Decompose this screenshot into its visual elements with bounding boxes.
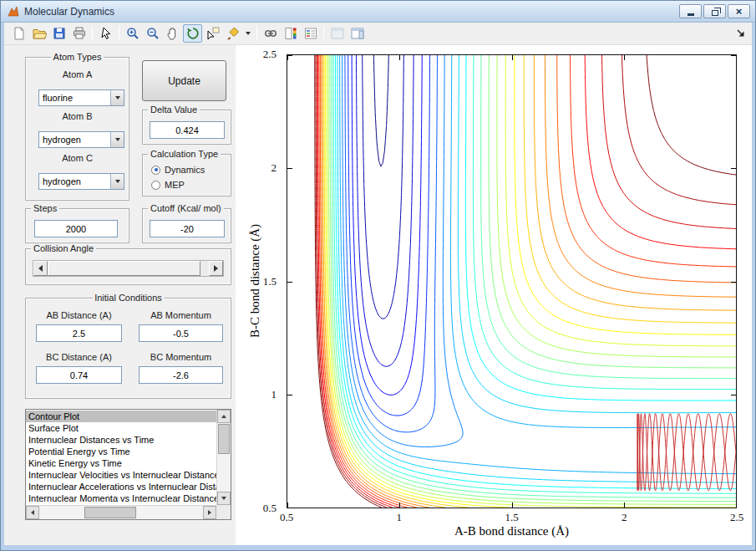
figure-content: Atom Types Atom A fluorine Atom B hydrog…: [4, 23, 752, 545]
steps-panel: Steps 2000: [25, 208, 129, 243]
mep-radio[interactable]: MEP: [151, 179, 185, 191]
horizontal-scroll-thumb[interactable]: [84, 507, 136, 518]
list-item-potential-energy[interactable]: Potential Energy vs Time: [26, 446, 216, 457]
slider-thumb[interactable]: [48, 261, 200, 276]
list-item-distances-vs-time[interactable]: Internuclear Distances vs Time: [26, 434, 216, 446]
insert-legend-button[interactable]: [301, 24, 320, 43]
delta-value-panel: Delta Value 0.424: [142, 110, 231, 145]
y-tick-label: 0.5: [263, 502, 277, 515]
delta-value-title: Delta Value: [148, 105, 200, 115]
atom-b-dropdown[interactable]: hydrogen: [38, 131, 124, 148]
contour-plot-axes[interactable]: [287, 54, 737, 508]
x-tick-label: 1.5: [505, 511, 518, 524]
print-button[interactable]: [69, 24, 89, 43]
y-tick-label: 2.5: [263, 48, 277, 61]
ab-momentum-field[interactable]: -0.5: [139, 324, 223, 342]
dynamics-radio[interactable]: Dynamics: [151, 164, 205, 176]
dynamics-radio-label: Dynamics: [165, 165, 205, 175]
cutoff-panel: Cutoff (Kcal/ mol) -20: [142, 208, 231, 243]
toolbar-separator: [323, 26, 324, 41]
dock-figure-arrow[interactable]: [735, 28, 747, 39]
x-tick-label: 1: [397, 511, 403, 524]
minimize-button[interactable]: [679, 4, 702, 18]
atom-b-label: Atom B: [26, 111, 129, 121]
contour-plot-canvas[interactable]: [287, 55, 736, 508]
x-tick-label: 0.5: [280, 511, 293, 524]
brush-dropdown-arrow-icon[interactable]: [243, 24, 253, 43]
mep-radio-label: MEP: [165, 180, 185, 190]
delta-value-field[interactable]: 0.424: [150, 121, 225, 139]
collision-angle-slider[interactable]: [33, 260, 224, 277]
dropdown-arrow-icon[interactable]: [110, 174, 124, 189]
atom-a-value: fluorine: [39, 90, 110, 105]
collision-angle-title: Collision Angle: [31, 243, 96, 254]
x-axis-label: A-B bond distance (Å): [287, 524, 737, 538]
show-plot-tools-button[interactable]: [348, 24, 367, 43]
scroll-left-button[interactable]: [26, 506, 39, 519]
x-axis-tick-labels: 0.511.522.5: [287, 511, 737, 524]
ab-momentum-label: AB Momentum: [139, 310, 223, 320]
close-icon: ×: [736, 6, 743, 17]
zoom-out-button[interactable]: [143, 24, 162, 43]
atom-types-title: Atom Types: [51, 52, 104, 63]
cutoff-title: Cutoff (Kcal/ mol): [148, 203, 224, 214]
list-item-contour-plot[interactable]: Contour Plot: [26, 411, 216, 422]
slider-left-arrow[interactable]: [33, 261, 48, 276]
edit-plot-button[interactable]: [96, 24, 115, 43]
cutoff-field[interactable]: -20: [150, 220, 225, 237]
toolbar-separator: [92, 26, 93, 41]
zoom-in-button[interactable]: [123, 24, 142, 43]
matlab-figure-icon: [7, 5, 20, 18]
brush-button[interactable]: [223, 24, 242, 43]
restore-button[interactable]: [703, 4, 726, 18]
ab-distance-field[interactable]: 2.5: [36, 324, 122, 342]
list-item-velocities[interactable]: Internuclear Velocities vs Internuclear …: [26, 469, 216, 481]
list-item-surface-plot[interactable]: Surface Plot: [26, 422, 216, 434]
atom-c-dropdown[interactable]: hydrogen: [38, 173, 124, 190]
horizontal-scrollbar[interactable]: [26, 505, 216, 519]
vertical-scrollbar[interactable]: [216, 410, 231, 505]
bc-momentum-label: BC Momentum: [139, 352, 223, 362]
rotate-3d-button[interactable]: [183, 24, 202, 43]
atom-a-label: Atom A: [26, 69, 129, 79]
link-plot-button[interactable]: [261, 24, 280, 43]
list-item-momenta[interactable]: Internuclear Momenta vs Internuclear Dis…: [26, 492, 216, 504]
bc-momentum-field[interactable]: -2.6: [139, 366, 223, 384]
scroll-right-button[interactable]: [203, 506, 216, 519]
atom-a-dropdown[interactable]: fluorine: [38, 89, 124, 106]
bc-distance-field[interactable]: 0.74: [36, 366, 122, 384]
steps-title: Steps: [31, 203, 59, 214]
minimize-icon: [688, 13, 694, 16]
vertical-scroll-thumb[interactable]: [218, 424, 230, 454]
scroll-up-button[interactable]: [217, 410, 231, 423]
pan-button[interactable]: [163, 24, 182, 43]
initial-conditions-title: Initial Conditions: [92, 293, 165, 304]
initial-conditions-panel: Initial Conditions AB Distance (A) AB Mo…: [25, 298, 231, 399]
insert-colorbar-button[interactable]: [281, 24, 300, 43]
slider-right-arrow[interactable]: [209, 261, 223, 276]
calculation-type-title: Calculation Type: [148, 149, 221, 160]
x-tick-label: 2: [622, 511, 627, 524]
toolbar-separator: [256, 26, 257, 41]
data-cursor-button[interactable]: [203, 24, 222, 43]
dropdown-arrow-icon[interactable]: [110, 90, 124, 105]
hide-plot-tools-button[interactable]: [327, 24, 347, 43]
open-file-button[interactable]: [29, 24, 48, 43]
steps-field[interactable]: 2000: [34, 220, 118, 237]
list-item-accelerations[interactable]: Internuclear Accelerations vs Internucle…: [26, 481, 216, 492]
atom-c-label: Atom C: [26, 153, 129, 163]
scrollbar-corner: [216, 505, 231, 519]
new-figure-button[interactable]: [9, 24, 28, 43]
update-button[interactable]: Update: [142, 60, 226, 101]
atom-types-panel: Atom Types Atom A fluorine Atom B hydrog…: [25, 57, 129, 201]
list-item-kinetic-energy[interactable]: Kinetic Energy vs Time: [26, 457, 216, 469]
y-tick-label: 1.5: [263, 275, 277, 288]
plot-type-listbox[interactable]: Contour Plot Surface Plot Internuclear D…: [25, 409, 231, 520]
scroll-down-button[interactable]: [217, 492, 231, 505]
titlebar[interactable]: Molecular Dynamics ×: [1, 1, 755, 23]
close-button[interactable]: ×: [728, 4, 750, 18]
dropdown-arrow-icon[interactable]: [110, 132, 124, 147]
listbox-items: Contour Plot Surface Plot Internuclear D…: [26, 410, 216, 505]
save-button[interactable]: [49, 24, 68, 43]
window-title: Molecular Dynamics: [24, 6, 114, 18]
